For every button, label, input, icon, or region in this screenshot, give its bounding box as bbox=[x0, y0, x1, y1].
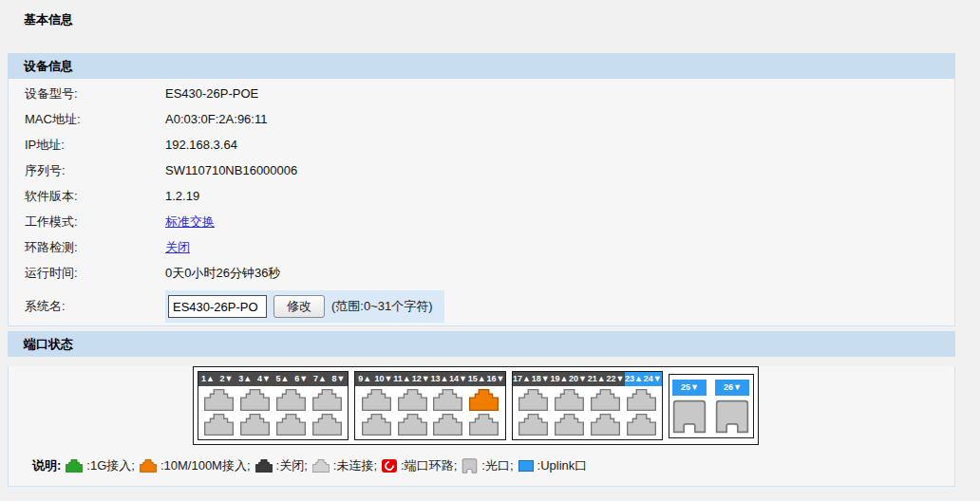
info-row: MAC地址:A0:03:0F:2A:96:11 bbox=[9, 106, 954, 132]
sfp-gray-icon bbox=[462, 458, 478, 473]
port-7-jack[interactable] bbox=[312, 389, 342, 411]
port-9-jack[interactable] bbox=[362, 389, 391, 411]
rj45-port-icon bbox=[518, 389, 548, 411]
legend-item-text: :关闭; bbox=[276, 457, 308, 474]
port-jack-grid bbox=[355, 386, 504, 439]
rj45-port-icon bbox=[433, 414, 462, 436]
port-number-label: 23▲ bbox=[625, 372, 644, 386]
legend-item-text: :10M/100M接入; bbox=[160, 457, 251, 474]
port-18-jack[interactable] bbox=[518, 414, 548, 436]
sfp-port-column: 25▼ bbox=[671, 380, 707, 433]
rj45-port-icon bbox=[591, 414, 620, 436]
info-row-value: SW110710NB16000006 bbox=[165, 163, 297, 177]
rj45-green-icon bbox=[66, 459, 83, 473]
rj45-port-icon bbox=[518, 414, 548, 436]
system-name-input[interactable] bbox=[168, 295, 267, 318]
rj45-port-icon bbox=[591, 389, 620, 411]
system-name-group: 修改 (范围:0~31个字符) bbox=[165, 290, 444, 323]
rj45-port-icon bbox=[433, 389, 462, 411]
port-10-jack[interactable] bbox=[362, 414, 391, 436]
rj45-gray-icon bbox=[312, 459, 330, 473]
port-number-label: 3▲ bbox=[236, 372, 254, 386]
port-13-jack[interactable] bbox=[433, 389, 462, 411]
rj45-orange-icon bbox=[140, 459, 157, 473]
port-number-label: 20▼ bbox=[569, 372, 588, 386]
port-15-jack[interactable] bbox=[469, 389, 499, 411]
port-12-jack[interactable] bbox=[398, 414, 427, 436]
rj45-port-icon bbox=[627, 414, 656, 436]
port-26-sfp-jack[interactable] bbox=[714, 399, 750, 434]
port-4-jack[interactable] bbox=[240, 414, 270, 436]
port-6-jack[interactable] bbox=[276, 414, 306, 436]
port-number-label: 16▼ bbox=[486, 372, 505, 386]
rj45-port-icon bbox=[555, 389, 584, 411]
info-row: 设备型号:ES430-26P-POE bbox=[9, 81, 954, 106]
port-number-label: 17▲ bbox=[513, 372, 532, 386]
rj45-port-icon bbox=[312, 414, 342, 436]
switch-port-diagram: 1▲2▼3▲4▼5▲6▼7▲8▼9▲10▼11▲12▼13▲14▼15▲16▼1… bbox=[193, 366, 759, 445]
legend-item-text: :光口; bbox=[481, 457, 513, 474]
port-19-jack[interactable] bbox=[555, 389, 584, 411]
port-number-label: 5▲ bbox=[273, 372, 292, 386]
device-info-panel: 设备信息 设备型号:ES430-26P-POEMAC地址:A0:03:0F:2A… bbox=[8, 53, 955, 326]
uplink-port-number-tab[interactable]: 25▼ bbox=[672, 380, 707, 396]
port-8-jack[interactable] bbox=[312, 414, 342, 436]
port-14-jack[interactable] bbox=[433, 414, 462, 436]
port-number-label: 6▼ bbox=[292, 372, 311, 386]
port-23-jack[interactable] bbox=[627, 389, 656, 411]
info-row: 软件版本:1.2.19 bbox=[9, 183, 954, 209]
info-row-value: 192.168.3.64 bbox=[165, 138, 237, 152]
port-block-header: 1▲2▼3▲4▼5▲6▼7▲8▼ bbox=[198, 372, 348, 386]
port-status-header: 端口状态 bbox=[8, 331, 955, 357]
port-20-jack[interactable] bbox=[555, 414, 584, 436]
sfp-port-column: 26▼ bbox=[714, 380, 750, 433]
port-number-label: 12▼ bbox=[411, 372, 430, 386]
port-number-label: 8▼ bbox=[330, 372, 349, 386]
legend-item: :端口环路; bbox=[382, 457, 457, 474]
info-row-value-link[interactable]: 标准交换 bbox=[165, 213, 215, 231]
port-number-label: 14▼ bbox=[449, 372, 468, 386]
port-number-label: 10▼ bbox=[374, 372, 393, 386]
port-21-jack[interactable] bbox=[591, 389, 620, 411]
port-2-jack[interactable] bbox=[204, 414, 234, 436]
port-block: 17▲18▼19▲20▼21▲22▼23▲24▼ bbox=[512, 371, 663, 440]
rj45-port-icon bbox=[240, 389, 270, 411]
info-row-label: 序列号: bbox=[9, 162, 165, 179]
port-5-jack[interactable] bbox=[276, 389, 306, 411]
port-25-sfp-jack[interactable] bbox=[671, 399, 707, 434]
port-status-panel: 端口状态 1▲2▼3▲4▼5▲6▼7▲8▼9▲10▼11▲12▼13▲14▼15… bbox=[8, 331, 955, 487]
page-title: 基本信息 bbox=[0, 0, 980, 28]
port-22-jack[interactable] bbox=[591, 414, 620, 436]
port-block-header: 9▲10▼11▲12▼13▲14▼15▲16▼ bbox=[355, 372, 504, 386]
port-number-label: 1▲ bbox=[198, 372, 217, 386]
port-17-jack[interactable] bbox=[518, 389, 548, 411]
rj45-orange-icon bbox=[140, 459, 157, 473]
uplink-port-number-tab[interactable]: 26▼ bbox=[715, 380, 749, 396]
info-row-label: 设备型号: bbox=[9, 85, 165, 102]
port-11-jack[interactable] bbox=[398, 389, 427, 411]
legend-item-text: :Uplink口 bbox=[537, 457, 588, 474]
info-row: 工作模式:标准交换 bbox=[9, 209, 954, 234]
port-16-jack[interactable] bbox=[469, 414, 499, 436]
legend-item: :Uplink口 bbox=[518, 457, 588, 474]
device-info-rows: 设备型号:ES430-26P-POEMAC地址:A0:03:0F:2A:96:1… bbox=[9, 79, 954, 288]
port-24-jack[interactable] bbox=[627, 414, 656, 436]
port-legend: 说明: :1G接入;:10M/100M接入;:关闭;:未连接;:端口环路;:光口… bbox=[9, 445, 954, 486]
modify-button[interactable]: 修改 bbox=[273, 295, 325, 318]
info-row: 环路检测:关闭 bbox=[9, 234, 954, 260]
info-row-label: MAC地址: bbox=[9, 111, 165, 128]
rj45-port-icon bbox=[469, 414, 499, 436]
info-row-label: 工作模式: bbox=[9, 213, 165, 231]
info-row-label: IP地址: bbox=[9, 137, 165, 154]
port-1-jack[interactable] bbox=[204, 389, 234, 411]
info-row-value-link[interactable]: 关闭 bbox=[165, 239, 190, 256]
port-number-label: 22▼ bbox=[606, 372, 625, 386]
port-number-label: 15▲ bbox=[467, 372, 486, 386]
port-3-jack[interactable] bbox=[240, 389, 270, 411]
rj45-gray-icon bbox=[312, 459, 330, 473]
info-row: 序列号:SW110710NB16000006 bbox=[9, 158, 954, 183]
legend-item: :光口; bbox=[462, 457, 513, 474]
info-row: 运行时间:0天0小时26分钟36秒 bbox=[9, 260, 954, 286]
rj45-port-icon bbox=[362, 414, 391, 436]
port-number-label: 7▲ bbox=[311, 372, 330, 386]
